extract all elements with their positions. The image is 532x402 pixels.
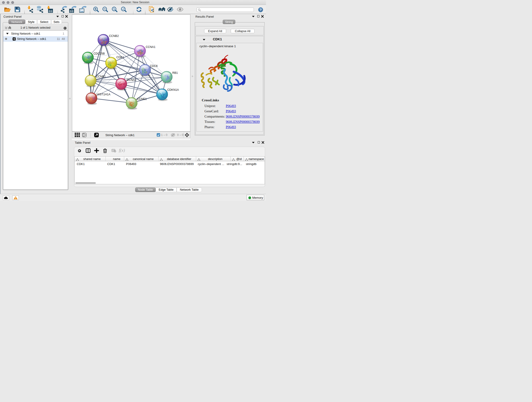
svg-text:CDK1: CDK1 <box>116 56 124 59</box>
svg-text:CCNA2: CCNA2 <box>127 78 136 82</box>
svg-text:CDC6: CDC6 <box>150 64 158 68</box>
svg-text:HIST1H1A: HIST1H1A <box>97 93 110 96</box>
svg-text:CDC25B: CDC25B <box>94 52 105 55</box>
svg-text:CDKN1A: CDKN1A <box>167 88 179 91</box>
svg-text:CCNB1: CCNB1 <box>96 75 106 78</box>
svg-text:CCNE1: CCNE1 <box>137 97 147 101</box>
svg-text:CCNB2: CCNB2 <box>109 34 119 38</box>
svg-text:RB1: RB1 <box>172 71 178 75</box>
svg-text:CCNA1: CCNA1 <box>146 45 155 49</box>
